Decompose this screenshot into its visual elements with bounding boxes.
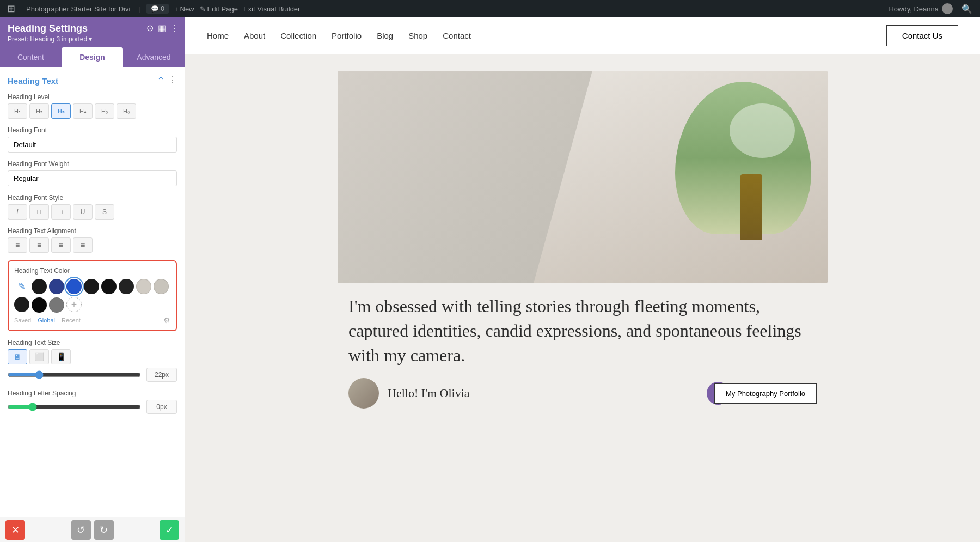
h5-button[interactable]: H₅ [95, 103, 114, 119]
admin-bar: ⊞ Photographer Starter Site for Divi | 💬… [0, 0, 980, 17]
edit-page-button[interactable]: ✎ Edit Page [200, 5, 238, 13]
bag-handle-decoration [740, 174, 762, 240]
color-swatch-2[interactable] [66, 279, 82, 294]
alignment-buttons: ≡ ≡ ≡ ≡ [8, 237, 177, 253]
heading-font-label: Heading Font [8, 126, 177, 134]
color-swatch-7[interactable] [154, 279, 169, 294]
panel-header-icons: ⊙ ▦ ⋮ [146, 23, 179, 33]
panel-columns-icon[interactable]: ▦ [158, 23, 166, 33]
nav-blog[interactable]: Blog [377, 31, 393, 40]
capitalize-button[interactable]: Tt [51, 204, 71, 220]
color-filter-tabs: Saved Global Recent ⚙ [14, 316, 170, 325]
letter-spacing-value[interactable]: 0px [146, 400, 177, 414]
save-button[interactable]: ✓ [160, 520, 179, 540]
font-style-buttons: I TT Tt U S [8, 204, 177, 220]
content-area: Home About Collection Portfolio Blog Sho… [185, 17, 980, 542]
panel-header: Heading Settings Preset: Heading 3 impor… [0, 17, 185, 47]
color-swatch-1[interactable] [49, 279, 64, 294]
tab-content[interactable]: Content [0, 47, 62, 67]
heading-font-style-label: Heading Font Style [8, 194, 177, 202]
heading-text-size-row: Heading Text Size 🖥 ⬜ 📱 22px [8, 339, 177, 382]
section-more-icon[interactable]: ⋮ [168, 75, 177, 87]
mobile-size-button[interactable]: 📱 [51, 349, 71, 364]
h4-button[interactable]: H₄ [73, 103, 93, 119]
portfolio-button[interactable]: My Photography Portfolio [714, 383, 817, 404]
content-body: I'm obsessed with telling stories throug… [185, 54, 980, 430]
panel-more-icon[interactable]: ⋮ [170, 23, 179, 33]
panel-preset[interactable]: Preset: Heading 3 imported ▾ [8, 35, 177, 43]
align-left-button[interactable]: ≡ [8, 237, 27, 253]
cancel-button[interactable]: ✕ [5, 520, 25, 540]
desktop-size-button[interactable]: 🖥 [8, 349, 27, 364]
text-size-value[interactable]: 22px [146, 368, 177, 382]
nav-home[interactable]: Home [207, 31, 229, 40]
h3-button[interactable]: H₃ [51, 103, 71, 119]
color-swatch-0[interactable] [32, 279, 47, 294]
nav-links: Home About Collection Portfolio Blog Sho… [207, 31, 471, 40]
redo-button[interactable]: ↻ [94, 520, 114, 540]
site-name[interactable]: Photographer Starter Site for Divi [23, 5, 133, 13]
strikethrough-button[interactable]: S [95, 204, 114, 220]
align-center-button[interactable]: ≡ [29, 237, 49, 253]
h1-button[interactable]: H₁ [8, 103, 27, 119]
tab-advanced[interactable]: Advanced [123, 47, 185, 67]
eyedropper-icon[interactable]: ✎ [14, 279, 29, 294]
nav-contact[interactable]: Contact [443, 31, 471, 40]
panel-tabs: Content Design Advanced [0, 47, 185, 67]
nav-shop[interactable]: Shop [408, 31, 427, 40]
tablet-size-button[interactable]: ⬜ [29, 349, 49, 364]
heading-text-size-label: Heading Text Size [8, 339, 177, 346]
search-icon[interactable]: 🔍 [961, 4, 972, 14]
user-menu[interactable]: Howdy, Deanna [889, 3, 953, 14]
edit-icon: ✎ [200, 5, 206, 13]
panel-content: Heading Text ⌃ ⋮ Heading Level H₁ H₂ H₃ … [0, 67, 185, 517]
color-tab-saved[interactable]: Saved [14, 317, 31, 324]
align-justify-button[interactable]: ≡ [73, 237, 93, 253]
panel-settings-icon[interactable]: ⊙ [146, 23, 154, 33]
text-size-slider[interactable] [8, 370, 141, 379]
comments-count[interactable]: 💬 0 [146, 4, 169, 14]
section-collapse-icon[interactable]: ⌃ [157, 75, 165, 87]
h2-button[interactable]: H₂ [29, 103, 49, 119]
color-swatch-5[interactable] [119, 279, 134, 294]
new-button[interactable]: + New [174, 5, 194, 13]
separator: | [139, 5, 140, 13]
nav-collection[interactable]: Collection [280, 31, 316, 40]
contact-us-button[interactable]: Contact Us [886, 25, 958, 46]
heading-level-row: Heading Level H₁ H₂ H₃ H₄ H₅ H₆ [8, 93, 177, 119]
nav-about[interactable]: About [244, 31, 265, 40]
heading-font-select[interactable]: Default [8, 137, 177, 153]
h6-button[interactable]: H₆ [117, 103, 136, 119]
letter-spacing-slider[interactable] [8, 403, 141, 411]
color-swatch-second-row-0[interactable] [32, 297, 47, 313]
heading-font-row: Heading Font Default [8, 126, 177, 153]
heading-text-alignment-row: Heading Text Alignment ≡ ≡ ≡ ≡ [8, 227, 177, 253]
heading-font-style-row: Heading Font Style I TT Tt U S [8, 194, 177, 220]
italic-button[interactable]: I [8, 204, 27, 220]
color-swatch-6[interactable] [136, 279, 151, 294]
tab-design[interactable]: Design [62, 47, 123, 67]
color-swatch-4[interactable] [101, 279, 117, 294]
color-settings-icon[interactable]: ⚙ [163, 316, 170, 325]
color-swatch-3[interactable] [84, 279, 99, 294]
uppercase-button[interactable]: TT [29, 204, 49, 220]
author-name: Hello! I'm Olivia [388, 386, 470, 400]
color-tab-global[interactable]: Global [38, 317, 55, 324]
add-color-button[interactable]: + [66, 297, 82, 312]
color-swatch-second-row-1[interactable] [49, 297, 64, 313]
color-swatch-8[interactable] [14, 297, 29, 312]
wordpress-logo-icon[interactable]: ⊞ [4, 2, 17, 15]
avatar [942, 3, 953, 14]
exit-visual-builder-button[interactable]: Exit Visual Builder [243, 5, 301, 13]
plus-icon: + [174, 5, 179, 13]
underline-button[interactable]: U [73, 204, 93, 220]
undo-button[interactable]: ↺ [71, 520, 91, 540]
color-tab-recent[interactable]: Recent [62, 317, 81, 324]
heading-letter-spacing-row: Heading Letter Spacing 0px [8, 389, 177, 414]
heading-font-weight-select[interactable]: Regular [8, 170, 177, 186]
nav-portfolio[interactable]: Portfolio [332, 31, 362, 40]
site-nav: Home About Collection Portfolio Blog Sho… [185, 17, 980, 54]
align-right-button[interactable]: ≡ [51, 237, 71, 253]
heading-font-weight-row: Heading Font Weight Regular [8, 160, 177, 186]
settings-panel: Heading Settings Preset: Heading 3 impor… [0, 17, 185, 542]
